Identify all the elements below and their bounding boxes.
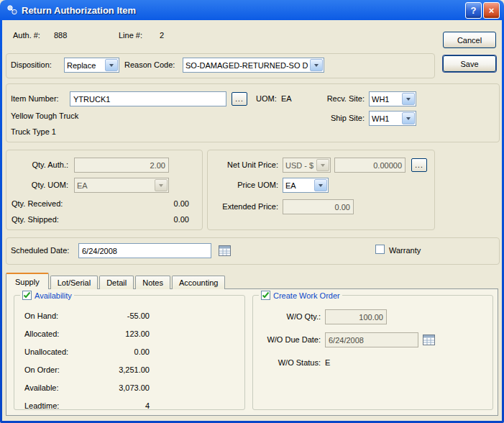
auth-number-value: 888	[54, 31, 67, 40]
wo-qty-label: W/O Qty.:	[253, 312, 321, 321]
wo-qty-field: 100.00	[325, 309, 387, 324]
price-group: Net Unit Price: USD - $ 0.00000 ... Pric…	[207, 150, 435, 230]
price-uom-label: Price UOM:	[211, 181, 278, 189]
on-hand-label: On Hand:	[24, 311, 58, 320]
calendar-icon	[423, 334, 436, 346]
available-value: 3,073.00	[89, 383, 150, 392]
price-browse-button[interactable]: ...	[411, 158, 427, 172]
tab-strip: Supply Lot/Serial Detail Notes Accountin…	[6, 273, 226, 289]
item-description-line2: Truck Type 1	[11, 127, 56, 136]
qty-auth-label: Qty. Auth.:	[9, 160, 68, 169]
unallocated-value: 0.00	[89, 347, 150, 356]
wo-status-value: E	[325, 358, 330, 367]
recv-site-select[interactable]: WH1	[369, 91, 416, 106]
wo-due-date-field: 6/24/2008	[325, 332, 418, 347]
disposition-label: Disposition:	[11, 60, 52, 69]
qty-shipped-label: Qty. Shipped:	[12, 215, 59, 224]
wo-due-date-label: W/O Due Date:	[253, 335, 321, 344]
work-order-caption: Create Work Order	[259, 291, 342, 300]
allocated-value: 123.00	[89, 329, 150, 338]
supply-tab-panel: Availability On Hand: -55.00 Allocated: …	[6, 288, 498, 416]
on-order-label: On Order:	[24, 365, 60, 374]
work-order-title: Create Work Order	[273, 291, 340, 300]
auth-number-label: Auth. #:	[13, 31, 40, 40]
chevron-down-icon	[105, 59, 118, 71]
leadtime-value: 4	[89, 401, 150, 410]
scheduled-date-label: Scheduled Date:	[11, 246, 69, 255]
item-group: Item Number: ... UOM: EA Recv. Site: WH1…	[6, 83, 500, 142]
availability-group: Availability On Hand: -55.00 Allocated: …	[14, 295, 245, 410]
quantity-group: Qty. Auth.: 2.00 Qty. UOM: EA Qty. Recei…	[6, 150, 203, 230]
disposition-group: Disposition: Replace Reason Code: SO-DAM…	[6, 53, 435, 78]
available-label: Available:	[24, 383, 59, 392]
chevron-down-icon	[316, 159, 329, 171]
price-uom-select[interactable]: EA	[283, 178, 329, 193]
availability-caption: Availability	[20, 291, 74, 300]
net-unit-price-field: 0.00000	[334, 158, 406, 173]
extended-price-field: 0.00	[283, 199, 354, 214]
on-order-value: 3,251.00	[89, 365, 150, 374]
window: Return Authorization Item ? × Auth. #: 8…	[0, 0, 504, 423]
uom-value: EA	[281, 94, 292, 103]
chevron-down-icon	[310, 59, 323, 71]
tab-supply[interactable]: Supply	[6, 273, 49, 289]
close-button[interactable]: ×	[483, 2, 500, 19]
tab-notes[interactable]: Notes	[135, 276, 170, 289]
scheduled-date-input[interactable]	[78, 243, 211, 258]
warranty-label: Warranty	[389, 246, 421, 255]
currency-select: USD - $	[283, 158, 331, 173]
reason-code-label: Reason Code:	[124, 60, 175, 69]
qty-auth-field: 2.00	[74, 158, 169, 173]
chevron-down-icon	[155, 179, 168, 191]
availability-checkbox[interactable]	[22, 291, 32, 300]
item-number-input[interactable]	[70, 91, 226, 106]
line-number-value: 2	[160, 31, 164, 40]
create-work-order-checkbox[interactable]	[261, 291, 270, 300]
window-titlebar[interactable]: Return Authorization Item ? ×	[2, 0, 502, 20]
qty-shipped-value: 0.00	[114, 215, 189, 224]
work-order-group: Create Work Order W/O Qty.: 100.00 W/O D…	[252, 295, 493, 410]
disposition-select[interactable]: Replace	[64, 58, 119, 73]
on-hand-value: -55.00	[89, 311, 150, 320]
cancel-button[interactable]: Cancel	[443, 32, 496, 48]
tab-accounting[interactable]: Accounting	[172, 276, 225, 289]
qty-received-value: 0.00	[114, 199, 189, 208]
qty-received-label: Qty. Received:	[12, 199, 63, 208]
item-number-label: Item Number:	[11, 94, 59, 103]
allocated-label: Allocated:	[24, 329, 59, 338]
item-description-line1: Yellow Tough Truck	[11, 112, 78, 120]
dialog-body: Auth. #: 888 Line #: 2 Cancel Save Dispo…	[2, 20, 502, 421]
calendar-icon	[219, 245, 232, 257]
help-button[interactable]: ?	[465, 2, 482, 19]
net-unit-price-label: Net Unit Price:	[211, 160, 278, 169]
chevron-down-icon	[314, 179, 327, 191]
line-number-label: Line #:	[119, 31, 142, 40]
item-browse-button[interactable]: ...	[232, 92, 247, 106]
tab-lot-serial[interactable]: Lot/Serial	[50, 276, 98, 289]
chevron-down-icon	[402, 112, 415, 124]
qty-uom-select: EA	[74, 178, 169, 193]
availability-title: Availability	[35, 291, 72, 300]
extended-price-label: Extended Price:	[211, 202, 278, 211]
chevron-down-icon	[402, 93, 415, 105]
recv-site-label: Recv. Site:	[307, 94, 365, 103]
unallocated-label: Unallocated:	[24, 347, 68, 356]
reason-code-select[interactable]: SO-DAMAGED-RETURNED-SO D	[183, 58, 324, 73]
leadtime-label: Leadtime:	[24, 401, 59, 410]
scheduled-date-calendar-button[interactable]	[219, 245, 232, 257]
ship-site-label: Ship Site:	[307, 114, 365, 122]
warranty-checkbox[interactable]	[375, 245, 385, 254]
uom-label: UOM:	[256, 94, 277, 103]
wo-status-label: W/O Status:	[253, 358, 321, 367]
schedule-group: Scheduled Date: Warranty	[6, 237, 500, 265]
ship-site-select[interactable]: WH1	[369, 111, 416, 126]
wo-due-date-calendar-button[interactable]	[423, 334, 436, 346]
qty-uom-label: Qty. UOM:	[9, 181, 68, 189]
tab-detail[interactable]: Detail	[99, 276, 134, 289]
app-icon	[6, 4, 18, 16]
window-title: Return Authorization Item	[22, 5, 464, 16]
save-button[interactable]: Save	[443, 55, 496, 72]
